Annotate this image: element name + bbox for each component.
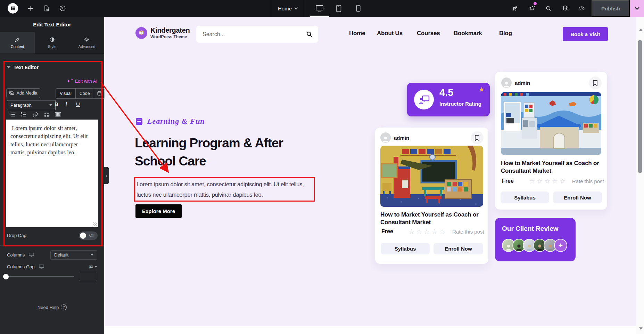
enroll-now-button[interactable]: Enroll Now: [434, 243, 483, 254]
text-editor-area: Lorem ipsum dolor sit amet, consectetur …: [6, 120, 98, 227]
finder-search-icon[interactable]: [542, 0, 555, 17]
tab-style-label: Style: [48, 44, 56, 49]
responsive-monitor-icon[interactable]: [29, 253, 34, 257]
hero-title-line: Learning Program & After: [135, 134, 283, 152]
document-switcher-label: Home: [278, 6, 292, 11]
hero-title: Learning Program & After School Care: [135, 134, 283, 170]
device-mobile-button[interactable]: [351, 0, 365, 17]
section-divider: [0, 245, 104, 246]
code-tab[interactable]: Code: [75, 89, 94, 98]
hero-paragraph[interactable]: Lorem ipsum dolor sit amet, consectetur …: [137, 179, 304, 200]
search-input[interactable]: [202, 31, 306, 38]
elementor-panel: Edit Text Editor Content Style Advanced …: [0, 17, 104, 334]
course-image[interactable]: [501, 92, 601, 155]
search-icon[interactable]: [306, 31, 313, 38]
book-a-visit-button[interactable]: Book a Visit: [563, 27, 608, 41]
preview-eye-icon[interactable]: [575, 0, 588, 17]
author-name[interactable]: admin: [394, 135, 409, 141]
document-switcher[interactable]: Home: [271, 0, 305, 17]
hero-paragraph-line: luctus nec ullamcorper mattis, pulvinar …: [137, 189, 304, 200]
columns-gap-slider-knob[interactable]: [3, 274, 9, 279]
publish-options-button[interactable]: [630, 0, 644, 17]
link-icon[interactable]: [32, 112, 38, 118]
syllabus-button[interactable]: Syllabus: [501, 192, 549, 203]
italic-button[interactable]: I: [65, 101, 67, 107]
launch-rocket-icon[interactable]: [509, 0, 521, 17]
elementor-logo-icon[interactable]: [8, 3, 18, 14]
device-tablet-button[interactable]: [332, 0, 346, 17]
columns-select[interactable]: Default: [50, 250, 97, 260]
tab-content[interactable]: Content: [0, 32, 35, 54]
ai-sparkle-icon: ✦: [71, 78, 73, 81]
quicktags-icon[interactable]: [94, 89, 105, 98]
toolbar-toggle-icon[interactable]: [55, 112, 61, 117]
nav-blog[interactable]: Blog: [499, 30, 512, 37]
author-name[interactable]: admin: [515, 80, 530, 86]
preview-canvas: Kindergaten WordPress Theme Home About U…: [104, 17, 644, 334]
gear-icon: [84, 37, 90, 42]
scroll-up-arrow[interactable]: [639, 28, 643, 31]
section-text-editor-toggle[interactable]: Text Editor: [7, 65, 39, 70]
site-logo-icon[interactable]: [135, 27, 147, 39]
nav-about-us[interactable]: About Us: [377, 30, 403, 37]
hero-title-line: School Care: [135, 152, 283, 170]
course-title[interactable]: How to Market Yourself as Coach or Consu…: [501, 160, 603, 175]
nav-bookmark[interactable]: Bookmark: [454, 30, 482, 37]
publish-button[interactable]: Publish: [592, 0, 630, 17]
responsive-monitor-icon[interactable]: [39, 264, 44, 269]
underline-button[interactable]: U: [76, 101, 80, 107]
add-media-label: Add Media: [17, 91, 38, 96]
tab-advanced[interactable]: Advanced: [69, 32, 104, 54]
panel-collapse-handle[interactable]: ‹: [104, 167, 109, 184]
site-title[interactable]: Kindergaten: [150, 26, 190, 34]
bold-button[interactable]: B: [55, 101, 58, 107]
drop-cap-toggle[interactable]: Off: [79, 231, 98, 240]
format-select-value: Paragraph: [10, 103, 32, 108]
rating-stars[interactable]: ☆☆☆☆☆: [408, 228, 447, 235]
topbar: Home Publish: [0, 0, 644, 17]
bookmark-button[interactable]: [471, 131, 484, 144]
edit-with-ai-button[interactable]: ✦ ✦ Edit with AI: [67, 79, 97, 84]
bookmark-button[interactable]: [589, 76, 602, 89]
add-element-button[interactable]: [24, 0, 37, 17]
pencil-icon: [15, 37, 20, 42]
add-review-button[interactable]: +: [554, 239, 567, 252]
nav-courses[interactable]: Courses: [417, 30, 440, 37]
visual-tab[interactable]: Visual: [56, 89, 75, 98]
course-image[interactable]: [380, 146, 483, 207]
enroll-now-button[interactable]: Enroll Now: [553, 192, 602, 203]
resize-grip[interactable]: [93, 222, 97, 226]
rating-stars[interactable]: ☆☆☆☆☆: [529, 177, 567, 185]
history-button[interactable]: [56, 0, 69, 17]
star-icon: ★: [479, 85, 485, 93]
text-editor-textarea[interactable]: Lorem ipsum dolor sit amet, consectetur …: [6, 120, 98, 221]
nav-home[interactable]: Home: [349, 30, 365, 37]
format-select[interactable]: Paragraph: [7, 100, 56, 110]
columns-gap-slider-track[interactable]: [6, 276, 74, 277]
instructor-rating-card: ★ 4.5 Instructor Rating: [407, 83, 490, 116]
need-help-link[interactable]: Need Help ?: [0, 304, 104, 310]
notification-dot: [534, 2, 537, 5]
add-media-button[interactable]: Add Media: [6, 88, 40, 98]
tab-style[interactable]: Style: [35, 32, 69, 54]
page-settings-button[interactable]: [40, 0, 53, 17]
caret-down-icon: [91, 254, 93, 256]
caret-down-icon: [7, 66, 10, 68]
columns-gap-label: Columns Gap: [7, 264, 34, 269]
columns-gap-input[interactable]: [79, 272, 97, 281]
scrollbar-thumb[interactable]: [638, 40, 642, 173]
unit-select[interactable]: px: [89, 264, 97, 269]
course-card: admin: [495, 72, 607, 210]
structure-layers-icon[interactable]: [559, 0, 571, 17]
syllabus-button[interactable]: Syllabus: [381, 243, 430, 254]
toggle-knob: [80, 233, 86, 239]
explore-more-button[interactable]: Explore More: [135, 204, 182, 218]
media-icon: [9, 91, 15, 96]
course-title[interactable]: How to Market Yourself as Coach or Consu…: [380, 211, 485, 226]
scroll-down-arrow[interactable]: [639, 327, 643, 330]
numbered-list-icon[interactable]: [21, 112, 27, 117]
fullscreen-icon[interactable]: [44, 112, 49, 117]
bullet-list-icon[interactable]: [9, 112, 15, 117]
whats-new-megaphone-icon[interactable]: [526, 0, 538, 17]
device-desktop-button[interactable]: [313, 0, 327, 17]
